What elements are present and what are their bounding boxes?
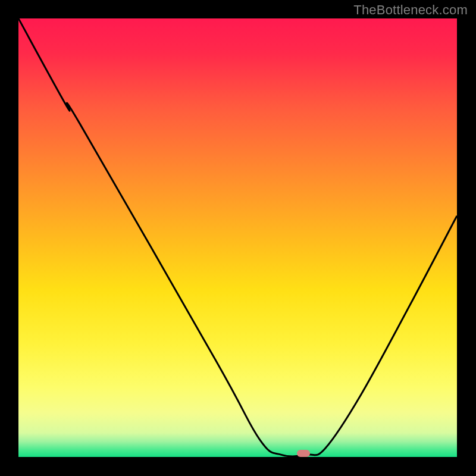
svg-rect-0 [18,18,457,457]
plot-area [18,18,457,457]
branding-watermark: TheBottleneck.com [353,2,468,18]
background-gradient [18,18,457,457]
chart-frame: TheBottleneck.com [0,0,476,476]
optimal-marker [297,450,310,457]
